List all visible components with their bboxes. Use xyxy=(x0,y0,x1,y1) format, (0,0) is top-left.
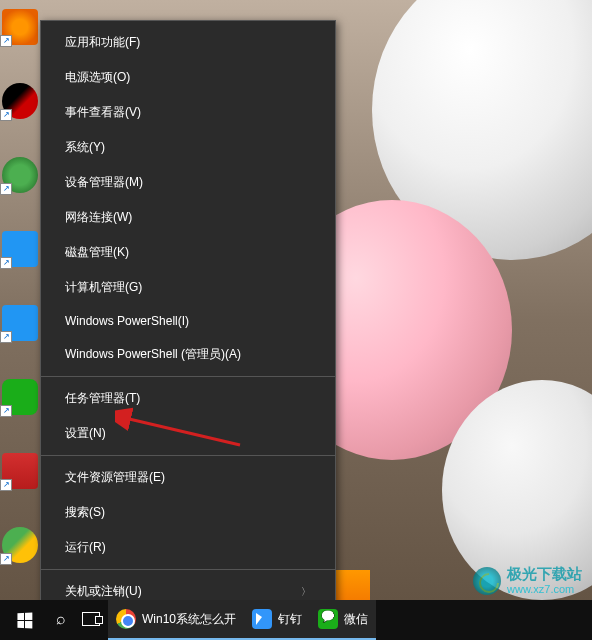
desktop-icon-app-green[interactable]: ↗ xyxy=(2,157,38,193)
menu-item-system[interactable]: 系统(Y) xyxy=(41,130,335,165)
shortcut-badge-icon: ↗ xyxy=(0,183,12,195)
menu-label: 磁盘管理(K) xyxy=(65,244,129,261)
start-button[interactable] xyxy=(0,600,48,640)
taskbar-search-button[interactable]: ⌕ xyxy=(48,600,74,640)
menu-label: 设置(N) xyxy=(65,425,106,442)
menu-item-computer-management[interactable]: 计算机管理(G) xyxy=(41,270,335,305)
chrome-icon xyxy=(116,609,136,629)
shortcut-badge-icon: ↗ xyxy=(0,109,12,121)
menu-item-device-manager[interactable]: 设备管理器(M) xyxy=(41,165,335,200)
menu-item-run[interactable]: 运行(R) xyxy=(41,530,335,565)
menu-item-power-options[interactable]: 电源选项(O) xyxy=(41,60,335,95)
desktop-icon-app-blue[interactable]: ↗ xyxy=(2,231,38,267)
shortcut-badge-icon: ↗ xyxy=(0,479,12,491)
menu-label: 任务管理器(T) xyxy=(65,390,140,407)
watermark-url: www.xz7.com xyxy=(507,583,582,595)
shortcut-badge-icon: ↗ xyxy=(0,553,12,565)
menu-label: 计算机管理(G) xyxy=(65,279,142,296)
shortcut-badge-icon: ↗ xyxy=(0,331,12,343)
taskbar-app-wechat[interactable]: 微信 xyxy=(310,600,376,640)
menu-item-network-connections[interactable]: 网络连接(W) xyxy=(41,200,335,235)
menu-item-settings[interactable]: 设置(N) xyxy=(41,416,335,451)
menu-label: 事件查看器(V) xyxy=(65,104,141,121)
menu-label: Windows PowerShell (管理员)(A) xyxy=(65,346,241,363)
taskbar-app-dingtalk[interactable]: 钉钉 xyxy=(244,600,310,640)
taskview-icon xyxy=(82,612,100,626)
taskbar: ⌕ Win10系统怎么开 钉钉 微信 xyxy=(0,600,592,640)
chevron-right-icon: 〉 xyxy=(301,585,311,599)
menu-item-disk-management[interactable]: 磁盘管理(K) xyxy=(41,235,335,270)
desktop-icon-wechat[interactable]: ↗ xyxy=(2,379,38,415)
menu-item-powershell-admin[interactable]: Windows PowerShell (管理员)(A) xyxy=(41,337,335,372)
menu-label: 电源选项(O) xyxy=(65,69,130,86)
shortcut-badge-icon: ↗ xyxy=(0,405,12,417)
desktop-icon-360[interactable]: ↗ xyxy=(2,527,38,563)
menu-separator xyxy=(41,376,335,377)
menu-item-file-explorer[interactable]: 文件资源管理器(E) xyxy=(41,460,335,495)
menu-item-task-manager[interactable]: 任务管理器(T) xyxy=(41,381,335,416)
menu-label: 文件资源管理器(E) xyxy=(65,469,165,486)
shortcut-badge-icon: ↗ xyxy=(0,35,12,47)
menu-item-apps-features[interactable]: 应用和功能(F) xyxy=(41,25,335,60)
taskbar-taskview-button[interactable] xyxy=(74,600,108,640)
menu-label: 应用和功能(F) xyxy=(65,34,140,51)
desktop-icon-tencent[interactable]: ↗ xyxy=(2,83,38,119)
watermark: 极光下载站 www.xz7.com xyxy=(473,566,582,595)
menu-label: 设备管理器(M) xyxy=(65,174,143,191)
menu-separator xyxy=(41,569,335,570)
windows-logo-icon xyxy=(17,612,32,628)
watermark-logo-icon xyxy=(473,567,501,595)
taskbar-app-chrome[interactable]: Win10系统怎么开 xyxy=(108,600,244,640)
menu-item-powershell[interactable]: Windows PowerShell(I) xyxy=(41,305,335,337)
desktop-icon-app-blue2[interactable]: ↗ xyxy=(2,305,38,341)
desktop-icons-column: ↗ ↗ ↗ ↗ ↗ ↗ ↗ ↗ xyxy=(0,0,40,600)
search-icon: ⌕ xyxy=(56,610,66,628)
taskbar-app-label: 微信 xyxy=(344,611,368,628)
menu-label: 关机或注销(U) xyxy=(65,583,142,600)
desktop-icon-app-red[interactable]: ↗ xyxy=(2,453,38,489)
winx-context-menu: 应用和功能(F) 电源选项(O) 事件查看器(V) 系统(Y) 设备管理器(M)… xyxy=(40,20,336,640)
watermark-title: 极光下载站 xyxy=(507,566,582,583)
menu-item-search[interactable]: 搜索(S) xyxy=(41,495,335,530)
wechat-icon xyxy=(318,609,338,629)
menu-label: Windows PowerShell(I) xyxy=(65,314,189,328)
menu-label: 运行(R) xyxy=(65,539,106,556)
watermark-text: 极光下载站 www.xz7.com xyxy=(507,566,582,595)
desktop-icon-firefox[interactable]: ↗ xyxy=(2,9,38,45)
taskbar-app-label: Win10系统怎么开 xyxy=(142,611,236,628)
menu-label: 网络连接(W) xyxy=(65,209,132,226)
dingtalk-icon xyxy=(252,609,272,629)
shortcut-badge-icon: ↗ xyxy=(0,257,12,269)
menu-separator xyxy=(41,455,335,456)
menu-item-event-viewer[interactable]: 事件查看器(V) xyxy=(41,95,335,130)
taskbar-app-label: 钉钉 xyxy=(278,611,302,628)
menu-label: 系统(Y) xyxy=(65,139,105,156)
menu-label: 搜索(S) xyxy=(65,504,105,521)
